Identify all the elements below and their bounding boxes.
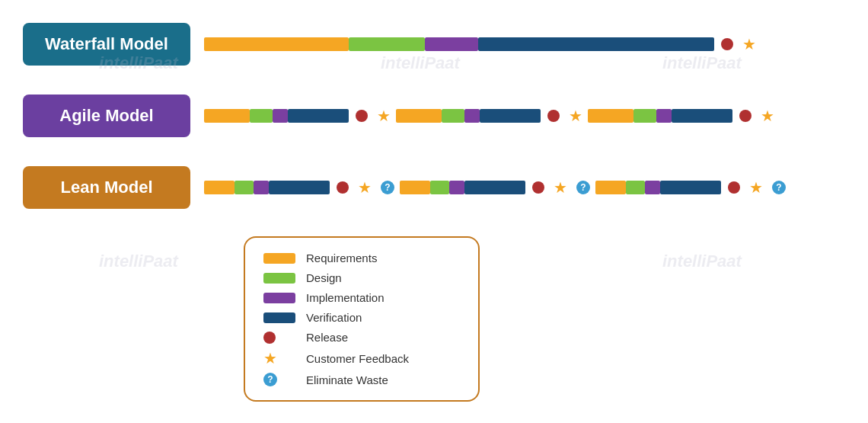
ln-s3-orange [595, 181, 626, 194]
watermark-6: intelliPaat [662, 252, 742, 271]
legend-feedback: ★ Customer Feedback [263, 351, 460, 366]
lean-gantt: ★ ? ★ ? ★ ? [204, 179, 845, 196]
wf-green [349, 37, 425, 51]
legend-icon-release [263, 332, 295, 344]
wf-release-dot [721, 38, 733, 50]
wf-navy [478, 37, 714, 51]
ln-s3-green [626, 181, 645, 194]
legend-label-design: Design [306, 271, 342, 284]
legend-design: Design [263, 271, 460, 284]
ln-s2-waste: ? [576, 181, 590, 194]
ag-s2-star: ★ [569, 108, 582, 123]
legend-circle-waste: ? [263, 373, 277, 386]
ag-s3-green [633, 109, 656, 123]
legend-swatch-requirements [263, 253, 295, 264]
ag-s1-orange [204, 109, 250, 123]
lean-row: Lean Model ★ ? ★ ? [23, 166, 845, 209]
ag-s2-dot [547, 110, 560, 122]
legend-requirements: Requirements [263, 252, 460, 264]
ag-s2-navy [480, 109, 541, 123]
legend-label-requirements: Requirements [306, 252, 377, 264]
wf-release-marker [721, 38, 733, 50]
ag-s3-navy [672, 109, 732, 123]
wf-star: ★ [742, 37, 756, 52]
legend-star-feedback: ★ [263, 351, 277, 366]
watermark-4: intelliPaat [99, 252, 178, 271]
ag-s3-orange [588, 109, 633, 123]
main-container: intelliPaat intelliPaat intelliPaat inte… [0, 0, 868, 423]
ln-s1-waste: ? [381, 181, 394, 194]
ln-s2-navy [464, 181, 525, 194]
ag-s3-star: ★ [761, 108, 774, 123]
waterfall-row: Waterfall Model ★ [23, 23, 845, 66]
ln-s1-dot [337, 181, 349, 194]
ln-s1-green [235, 181, 254, 194]
waterfall-label: Waterfall Model [45, 34, 168, 54]
ag-s3-dot [739, 110, 752, 122]
legend-verification: Verification [263, 311, 460, 324]
ln-s1-navy [269, 181, 330, 194]
ln-s3-star: ★ [749, 180, 763, 195]
ln-s1-purple [254, 181, 269, 194]
ln-s3-navy [660, 181, 721, 194]
ln-s2-orange [400, 181, 430, 194]
lean-label-box: Lean Model [23, 166, 190, 209]
ln-s2-green [430, 181, 449, 194]
ln-s3-dot [728, 181, 740, 194]
lean-label: Lean Model [60, 178, 152, 197]
ag-s1-green [250, 109, 273, 123]
wf-star-marker: ★ [742, 37, 756, 52]
wf-orange [204, 37, 349, 51]
ln-s3-waste: ? [772, 181, 786, 194]
legend-label-release: Release [306, 331, 348, 344]
legend-implementation: Implementation [263, 291, 460, 304]
ag-s2-orange [396, 109, 442, 123]
ln-s2-star: ★ [554, 180, 567, 195]
waterfall-label-box: Waterfall Model [23, 23, 190, 66]
ag-s2-green [442, 109, 464, 123]
legend-release: Release [263, 331, 460, 344]
ln-s1-star: ★ [358, 180, 372, 195]
legend-icon-waste: ? [263, 373, 295, 386]
ln-s1-orange [204, 181, 235, 194]
legend-swatch-verif [263, 312, 295, 323]
legend-label-feedback: Customer Feedback [306, 352, 409, 365]
legend-label-verif: Verification [306, 311, 362, 324]
agile-label-box: Agile Model [23, 95, 190, 137]
legend-dot-release [263, 332, 276, 344]
legend-box: Requirements Design Implementation Verif… [244, 236, 480, 402]
ag-s3-purple [656, 109, 672, 123]
ln-s2-dot [532, 181, 544, 194]
agile-label: Agile Model [59, 106, 153, 126]
legend-label-waste: Eliminate Waste [306, 373, 388, 386]
ag-s1-dot [356, 110, 368, 122]
agile-gantt: ★ ★ ★ [204, 107, 845, 124]
ln-s2-purple [449, 181, 464, 194]
legend-label-impl: Implementation [306, 291, 385, 304]
legend-swatch-impl [263, 293, 295, 303]
ln-s3-purple [645, 181, 660, 194]
ag-s1-purple [273, 109, 288, 123]
agile-row: Agile Model ★ ★ [23, 95, 845, 137]
legend-icon-feedback: ★ [263, 351, 295, 366]
ag-s2-purple [464, 109, 480, 123]
wf-purple [425, 37, 478, 51]
waterfall-gantt: ★ [204, 36, 845, 53]
legend-waste: ? Eliminate Waste [263, 373, 460, 386]
ag-s1-navy [288, 109, 349, 123]
ag-s1-star: ★ [377, 108, 391, 123]
legend-swatch-design [263, 273, 295, 284]
